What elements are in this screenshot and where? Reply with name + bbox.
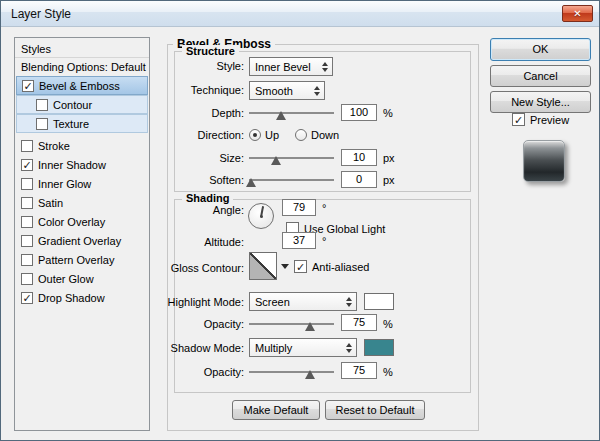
altitude-label: Altitude:	[152, 236, 244, 248]
gloss-contour-picker[interactable]	[249, 252, 277, 280]
depth-unit: %	[383, 107, 393, 119]
shadow-opacity-label: Opacity:	[152, 366, 244, 378]
checkbox-icon[interactable]	[21, 178, 33, 190]
slider-thumb[interactable]	[276, 111, 286, 120]
anti-aliased-checkbox[interactable]: ✓	[294, 260, 307, 273]
slider-thumb[interactable]	[246, 178, 256, 187]
highlight-opacity-label: Opacity:	[152, 318, 244, 330]
soften-label: Soften:	[152, 174, 244, 186]
direction-down-label: Down	[311, 129, 339, 141]
shadow-color-swatch[interactable]	[364, 339, 394, 356]
slider-thumb[interactable]	[271, 156, 281, 165]
checkbox-icon[interactable]: ✓	[21, 292, 33, 304]
checkbox-icon[interactable]	[36, 118, 48, 130]
style-select-value: Inner Bevel	[255, 61, 311, 73]
style-select[interactable]: Inner Bevel	[249, 57, 333, 76]
style-row-inner-glow[interactable]: Inner Glow	[16, 174, 148, 193]
style-row-label: Stroke	[38, 140, 70, 152]
style-row-pattern-overlay[interactable]: Pattern Overlay	[16, 250, 148, 269]
direction-up-radio[interactable]	[249, 129, 261, 141]
checkbox-icon[interactable]	[21, 197, 33, 209]
slider-thumb[interactable]	[305, 322, 315, 331]
preview-label: Preview	[530, 114, 569, 126]
style-row-label: Satin	[38, 197, 63, 209]
combo-arrows-icon	[314, 86, 320, 96]
make-default-button[interactable]: Make Default	[232, 400, 320, 420]
angle-hub	[260, 215, 263, 218]
checkbox-icon[interactable]	[21, 273, 33, 285]
soften-unit: px	[383, 174, 395, 186]
angle-dial[interactable]	[248, 203, 274, 229]
title-bar[interactable]: Layer Style ✕	[1, 1, 599, 27]
style-row-texture[interactable]: Texture	[16, 114, 148, 133]
direction-label: Direction:	[152, 129, 244, 141]
direction-down-radio[interactable]	[295, 129, 307, 141]
checkbox-icon[interactable]	[21, 254, 33, 266]
style-row-drop-shadow[interactable]: ✓ Drop Shadow	[16, 288, 148, 307]
soften-input[interactable]: 0	[341, 171, 377, 188]
slider-thumb[interactable]	[305, 370, 315, 379]
highlight-color-swatch[interactable]	[364, 293, 394, 310]
close-icon[interactable]: ✕	[562, 5, 593, 22]
style-row-satin[interactable]: Satin	[16, 193, 148, 212]
checkbox-icon[interactable]	[21, 140, 33, 152]
highlight-opacity-input[interactable]: 75	[341, 314, 377, 331]
checkbox-icon[interactable]	[21, 235, 33, 247]
style-row-gradient-overlay[interactable]: Gradient Overlay	[16, 231, 148, 250]
highlight-mode-select[interactable]: Screen	[249, 292, 357, 311]
checkbox-icon[interactable]: ✓	[22, 80, 34, 92]
direction-up-label: Up	[265, 129, 279, 141]
checkbox-icon[interactable]: ✓	[21, 159, 33, 171]
anti-aliased-label: Anti-aliased	[312, 261, 369, 273]
checkbox-icon[interactable]	[36, 99, 48, 111]
style-row-label: Inner Shadow	[38, 159, 106, 171]
shadow-opacity-slider[interactable]	[249, 371, 334, 373]
style-preview-thumbnail	[523, 140, 565, 182]
soften-slider[interactable]	[249, 179, 334, 181]
style-row-stroke[interactable]: Stroke	[16, 136, 148, 155]
technique-select-value: Smooth	[255, 85, 293, 97]
style-row-contour[interactable]: Contour	[16, 95, 148, 114]
style-row-bevel-emboss[interactable]: ✓ Bevel & Emboss	[16, 76, 148, 95]
style-row-color-overlay[interactable]: Color Overlay	[16, 212, 148, 231]
angle-label: Angle:	[152, 204, 244, 216]
size-unit: px	[383, 152, 395, 164]
ok-button[interactable]: OK	[490, 38, 591, 61]
style-row-label: Drop Shadow	[38, 292, 105, 304]
shadow-opacity-unit: %	[383, 366, 393, 378]
style-row-inner-shadow[interactable]: ✓ Inner Shadow	[16, 155, 148, 174]
styles-panel-header: Styles	[15, 40, 149, 58]
gloss-contour-label: Gloss Contour:	[152, 262, 244, 274]
reset-to-default-button[interactable]: Reset to Default	[325, 400, 425, 420]
cancel-button[interactable]: Cancel	[490, 65, 591, 87]
shadow-opacity-input[interactable]: 75	[341, 362, 377, 379]
shadow-mode-select[interactable]: Multiply	[249, 338, 357, 357]
highlight-opacity-unit: %	[383, 318, 393, 330]
preview-checkbox[interactable]: ✓	[512, 113, 525, 126]
styles-panel: Styles Blending Options: Default ✓ Bevel…	[14, 37, 150, 431]
layer-style-dialog: Layer Style ✕ Styles Blending Options: D…	[0, 0, 600, 441]
highlight-opacity-slider[interactable]	[249, 323, 334, 325]
window-title: Layer Style	[11, 7, 71, 21]
checkbox-icon[interactable]	[21, 216, 33, 228]
shadow-mode-value: Multiply	[255, 342, 292, 354]
depth-slider[interactable]	[249, 112, 334, 114]
size-slider[interactable]	[249, 157, 334, 159]
style-row-outer-glow[interactable]: Outer Glow	[16, 269, 148, 288]
depth-label: Depth:	[152, 107, 244, 119]
size-input[interactable]: 10	[341, 149, 377, 166]
highlight-mode-label: Highlight Mode:	[152, 296, 244, 308]
style-row-label: Contour	[53, 99, 92, 111]
new-style-button[interactable]: New Style...	[490, 91, 591, 113]
altitude-input[interactable]: 37	[282, 232, 316, 249]
angle-input[interactable]: 79	[282, 199, 316, 216]
shadow-mode-label: Shadow Mode:	[152, 342, 244, 354]
style-label: Style:	[152, 60, 244, 72]
blending-options-item[interactable]: Blending Options: Default	[15, 58, 149, 76]
technique-select[interactable]: Smooth	[249, 81, 325, 100]
style-row-label: Texture	[53, 118, 89, 130]
depth-input[interactable]: 100	[341, 104, 377, 121]
style-row-label: Inner Glow	[38, 178, 91, 190]
contour-dropdown-arrow-icon[interactable]	[281, 264, 289, 269]
altitude-unit: °	[322, 235, 326, 247]
